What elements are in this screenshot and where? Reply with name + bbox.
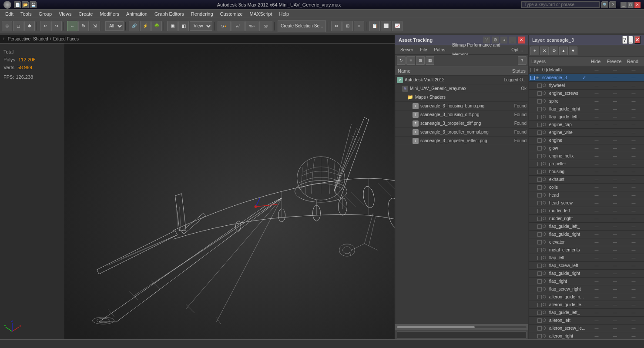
layer-hide-5[interactable]: — — [588, 107, 605, 111]
layer-freeze-10[interactable]: — — [605, 146, 625, 151]
asset-row-map-3[interactable]: T scaneagle_3_propeller_normal.png Found — [395, 128, 528, 137]
layer-hide-34[interactable]: — — [588, 334, 605, 338]
layer-freeze-30[interactable]: — — [605, 303, 625, 307]
asset-table-body[interactable]: V Autodesk Vault 2012 Logged O... M Mini… — [395, 76, 528, 324]
layer-hide-33[interactable]: — — [588, 326, 605, 331]
layer-freeze-15[interactable]: — — [605, 185, 625, 190]
menu-group[interactable]: Group — [35, 10, 56, 18]
menu-create[interactable]: Create — [75, 10, 96, 18]
layer-freeze-23[interactable]: — — [605, 248, 625, 252]
layer-freeze-24[interactable]: — — [605, 256, 625, 260]
asset-icon-view-btn[interactable]: ⊞ — [416, 56, 425, 65]
layer-hide-26[interactable]: — — [588, 271, 605, 276]
layer-row-25[interactable]: ⬡flap_screw_left——— — [529, 262, 644, 270]
layer-hide-25[interactable]: — — [588, 264, 605, 268]
layer-rend-34[interactable]: — — [625, 334, 642, 338]
layer-rend-27[interactable]: — — [625, 279, 642, 284]
layer-btn[interactable]: 📋 — [369, 21, 380, 31]
open-btn[interactable]: 📂 — [22, 1, 29, 8]
layer-hide-28[interactable]: — — [588, 287, 605, 291]
layer-freeze-25[interactable]: — — [605, 264, 625, 268]
help-icon[interactable]: ? — [609, 1, 616, 8]
layer-rend-20[interactable]: — — [625, 224, 642, 229]
select-rotate-btn[interactable]: ↻ — [78, 21, 89, 31]
layers-delete-btn[interactable]: ✕ — [540, 47, 549, 55]
layers-move-up-btn[interactable]: ▲ — [559, 47, 568, 55]
layer-hide-2[interactable]: — — [588, 84, 605, 88]
layer-rend-4[interactable]: — — [625, 99, 642, 104]
menu-graph-editors[interactable]: Graph Editors — [151, 10, 188, 18]
layers-settings-btn[interactable]: ⚙ — [550, 47, 558, 55]
align-btn[interactable]: ≡ — [354, 21, 364, 31]
layer-freeze-33[interactable]: — — [605, 326, 625, 331]
layer-rend-28[interactable]: — — [625, 287, 642, 291]
layers-close-btn[interactable]: ✕ — [634, 36, 641, 44]
asset-menu-opti[interactable]: Opti... — [508, 45, 527, 55]
layer-hide-30[interactable]: — — [588, 303, 605, 307]
asset-row-map-2[interactable]: T scaneagle_3_propeller_diff.png Found — [395, 119, 528, 128]
asset-menu-paths[interactable]: Paths — [431, 45, 449, 55]
layer-hide-11[interactable]: — — [588, 154, 605, 158]
layer-rend-15[interactable]: — — [625, 185, 642, 190]
layer-rend-16[interactable]: — — [625, 193, 642, 197]
layer-hide-4[interactable]: — — [588, 99, 605, 104]
viewport-plus[interactable]: + — [3, 37, 5, 41]
mirror-btn[interactable]: ⇔ — [331, 21, 342, 31]
menu-animation[interactable]: Animation — [123, 10, 151, 18]
layer-freeze-9[interactable]: — — [605, 138, 625, 143]
link-btn[interactable]: 🔗 — [129, 21, 139, 31]
layer-rend-8[interactable]: — — [625, 130, 642, 135]
layer-row-20[interactable]: ⬡flap_guide_left_——— — [529, 223, 644, 231]
layer-hide-14[interactable]: — — [588, 177, 605, 182]
layer-hide-27[interactable]: — — [588, 279, 605, 284]
layer-row-34[interactable]: ⬡aileron_right——— — [529, 332, 644, 339]
freeform-btn[interactable]: ✱ — [24, 21, 35, 31]
layer-freeze-28[interactable]: — — [605, 287, 625, 291]
menu-help[interactable]: Help — [276, 10, 293, 18]
layers-help-btn[interactable]: ? — [622, 36, 627, 44]
schematic-btn[interactable]: ⬜ — [381, 21, 391, 31]
layer-freeze-6[interactable]: — — [605, 115, 625, 119]
asset-row-map-4[interactable]: T scaneagle_3_propeller_reflect.png Foun… — [395, 137, 528, 145]
layer-hide-31[interactable]: — — [588, 311, 605, 315]
layer-rend-21[interactable]: — — [625, 232, 642, 237]
layer-hide-16[interactable]: — — [588, 193, 605, 197]
layer-freeze-8[interactable]: — — [605, 130, 625, 135]
layer-row-1[interactable]: ◈scaneagle_3✓——— — [529, 74, 644, 82]
layer-hide-12[interactable]: — — [588, 162, 605, 166]
layer-rend-32[interactable]: — — [625, 318, 642, 323]
layer-freeze-26[interactable]: — — [605, 271, 625, 276]
viewport-type[interactable]: Perspective — [8, 37, 30, 41]
layer-row-11[interactable]: ⬡engine_helix——— — [529, 152, 644, 160]
layer-rend-3[interactable]: — — [625, 91, 642, 96]
layer-freeze-5[interactable]: — — [605, 107, 625, 111]
menu-maxscript[interactable]: MAXScript — [246, 10, 276, 18]
spinner-snap-btn[interactable]: Sp — [259, 21, 272, 31]
layer-hide-1[interactable]: — — [588, 76, 605, 80]
close-btn[interactable]: ✕ — [634, 2, 641, 8]
layer-freeze-22[interactable]: — — [605, 240, 625, 244]
layer-rend-26[interactable]: — — [625, 271, 642, 276]
layer-rend-19[interactable]: — — [625, 217, 642, 221]
curve-editor-btn[interactable]: 📈 — [392, 21, 402, 31]
select-move-btn[interactable]: ↔ — [67, 21, 77, 31]
view-change-btn[interactable]: ◧ — [178, 21, 189, 31]
layer-row-12[interactable]: ⬡propeller——— — [529, 160, 644, 168]
layer-row-19[interactable]: ⬡rudder_right——— — [529, 215, 644, 223]
layer-freeze-0[interactable]: — — [605, 68, 625, 72]
select-region-btn[interactable]: ◻ — [13, 21, 23, 31]
layer-rend-18[interactable]: — — [625, 209, 642, 213]
layer-freeze-11[interactable]: — — [605, 154, 625, 158]
search-input[interactable] — [521, 1, 600, 8]
layers-move-down-btn[interactable]: ▼ — [569, 47, 577, 55]
layer-row-17[interactable]: ⬡head_screw——— — [529, 199, 644, 207]
layer-freeze-1[interactable]: — — [605, 76, 625, 80]
layer-freeze-2[interactable]: — — [605, 84, 625, 88]
new-file-btn[interactable]: 📄 — [14, 1, 21, 8]
layer-rend-13[interactable]: — — [625, 170, 642, 174]
angle-snap-btn[interactable]: A° — [231, 21, 245, 31]
layer-hide-29[interactable]: — — [588, 295, 605, 299]
layer-hide-3[interactable]: — — [588, 91, 605, 96]
layer-freeze-21[interactable]: — — [605, 232, 625, 237]
layer-row-15[interactable]: ⬡coils——— — [529, 184, 644, 191]
